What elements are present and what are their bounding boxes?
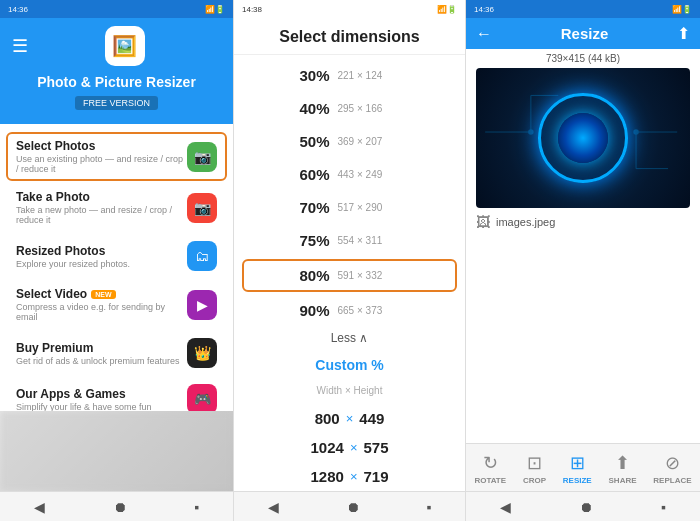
dim-percent-30: 30% xyxy=(292,67,330,84)
p3-nav-square[interactable]: ▪ xyxy=(661,499,666,515)
our-apps-title: Our Apps & Games xyxy=(16,387,187,401)
dim-item-70[interactable]: 70% 517 × 290 xyxy=(234,191,465,224)
less-button[interactable]: Less ∧ xyxy=(234,327,465,349)
menu-item-select-photos-text: Select Photos Use an existing photo — an… xyxy=(16,139,187,174)
wh-item-1280[interactable]: 1280 × 719 xyxy=(234,462,465,491)
app-icon: 🖼️ xyxy=(105,26,145,66)
menu-item-select-video[interactable]: Select Video NEW Compress a video e.g. f… xyxy=(6,280,227,329)
file-icon: 🖼 xyxy=(476,214,490,230)
dim-item-40[interactable]: 40% 295 × 166 xyxy=(234,92,465,125)
dim-item-60[interactable]: 60% 443 × 249 xyxy=(234,158,465,191)
select-video-subtitle: Compress a video e.g. for sending by ema… xyxy=(16,302,187,322)
dim-percent-90: 90% xyxy=(292,302,330,319)
tech-circle xyxy=(538,93,628,183)
panel1-time: 14:36 xyxy=(8,5,28,14)
panel3-toolbar: ↻ ROTATE ⊡ CROP ⊞ RESIZE ⬆ SHARE ⊘ REPLA… xyxy=(466,443,700,491)
dim-percent-50: 50% xyxy=(292,133,330,150)
panel2-statusbar: 14:38 📶🔋 xyxy=(234,0,465,18)
take-photo-text: Take a Photo Take a new photo — and resi… xyxy=(16,190,187,225)
resize-label: RESIZE xyxy=(563,476,592,485)
toolbar-crop[interactable]: ⊡ CROP xyxy=(517,450,552,487)
dim-item-90[interactable]: 90% 665 × 373 xyxy=(234,294,465,327)
take-photo-title: Take a Photo xyxy=(16,190,187,204)
crop-icon: ⊡ xyxy=(527,452,542,474)
dim-size-70: 517 × 290 xyxy=(338,202,408,213)
wh-item-1024[interactable]: 1024 × 575 xyxy=(234,433,465,462)
rotate-icon: ↻ xyxy=(483,452,498,474)
buy-premium-subtitle: Get rid of ads & unlock premium features xyxy=(16,356,187,366)
select-photos-title: Select Photos xyxy=(16,139,187,153)
resized-photos-text: Resized Photos Explore your resized phot… xyxy=(16,244,187,269)
share-icon: ⬆ xyxy=(615,452,630,474)
dim-item-80[interactable]: 80% 591 × 332 xyxy=(242,259,457,292)
p3-nav-home[interactable]: ⏺ xyxy=(579,499,593,515)
select-photos-subtitle: Use an existing photo — and resize / cro… xyxy=(16,154,187,174)
custom-percent-button[interactable]: Custom % xyxy=(234,349,465,381)
panel1-nav-bar: ◀ ⏺ ▪ xyxy=(0,491,233,521)
panel-photo-resizer: 14:36 📶🔋 ☰ 🖼️ Photo & Picture Resizer FR… xyxy=(0,0,233,521)
menu-item-take-photo[interactable]: Take a Photo Take a new photo — and resi… xyxy=(6,183,227,232)
dim-size-30: 221 × 124 xyxy=(338,70,408,81)
wh-list: 800 × 449 1024 × 575 1280 × 719 1600 × 8… xyxy=(234,400,465,491)
crop-label: CROP xyxy=(523,476,546,485)
menu-item-buy-premium[interactable]: Buy Premium Get rid of ads & unlock prem… xyxy=(6,331,227,375)
dim-size-50: 369 × 207 xyxy=(338,136,408,147)
wh-height-449: 449 xyxy=(359,410,384,427)
menu-item-our-apps[interactable]: Our Apps & Games Simplify your life & ha… xyxy=(6,377,227,411)
replace-label: REPLACE xyxy=(653,476,691,485)
toolbar-rotate[interactable]: ↻ ROTATE xyxy=(468,450,512,487)
panel2-time: 14:38 xyxy=(242,5,262,14)
file-info: 🖼 images.jpeg xyxy=(466,208,700,236)
select-video-text: Select Video NEW Compress a video e.g. f… xyxy=(16,287,187,322)
p3-nav-back[interactable]: ◀ xyxy=(500,499,511,515)
image-info: 739×415 (44 kB) xyxy=(466,49,700,68)
toolbar-replace[interactable]: ⊘ REPLACE xyxy=(647,450,697,487)
panel3-header: ← Resize ⬆ xyxy=(466,18,700,49)
blur-overlay xyxy=(0,411,233,491)
wh-width-800: 800 xyxy=(315,410,340,427)
buy-premium-title: Buy Premium xyxy=(16,341,187,355)
p2-nav-home[interactable]: ⏺ xyxy=(346,499,360,515)
dim-size-75: 554 × 311 xyxy=(338,235,408,246)
dim-size-90: 665 × 373 xyxy=(338,305,408,316)
panel-resize: 14:36 📶🔋 ← Resize ⬆ 739×415 (44 kB) 🖼 im… xyxy=(466,0,700,521)
our-apps-subtitle: Simplify your life & have some fun xyxy=(16,402,187,412)
share-label: SHARE xyxy=(609,476,637,485)
toolbar-share[interactable]: ⬆ SHARE xyxy=(603,450,643,487)
dim-item-50[interactable]: 50% 369 × 207 xyxy=(234,125,465,158)
take-photo-icon: 📷 xyxy=(187,193,217,223)
dim-percent-75: 75% xyxy=(292,232,330,249)
nav-square-btn[interactable]: ▪ xyxy=(194,499,199,515)
svg-point-6 xyxy=(528,129,533,134)
file-name: images.jpeg xyxy=(496,216,555,228)
wh-item-800[interactable]: 800 × 449 xyxy=(234,404,465,433)
p2-nav-square[interactable]: ▪ xyxy=(427,499,432,515)
menu-item-select-photos[interactable]: Select Photos Use an existing photo — an… xyxy=(6,132,227,181)
resized-photos-title: Resized Photos xyxy=(16,244,187,258)
dim-item-30[interactable]: 30% 221 × 124 xyxy=(234,59,465,92)
nav-back-btn[interactable]: ◀ xyxy=(34,499,45,515)
panel3-nav-bar: ◀ ⏺ ▪ xyxy=(466,491,700,521)
wh-height-719: 719 xyxy=(363,468,388,485)
resized-photos-subtitle: Explore your resized photos. xyxy=(16,259,187,269)
free-version-badge: FREE VERSION xyxy=(75,96,158,110)
panel1-header: ☰ 🖼️ Photo & Picture Resizer FREE VERSIO… xyxy=(0,18,233,124)
menu-item-resized-photos[interactable]: Resized Photos Explore your resized phot… xyxy=(6,234,227,278)
wh-x-2: × xyxy=(350,440,358,455)
nav-home-btn[interactable]: ⏺ xyxy=(113,499,127,515)
panel3-statusbar: 14:36 📶🔋 xyxy=(466,0,700,18)
hamburger-icon[interactable]: ☰ xyxy=(12,35,28,57)
select-photos-icon: 📷 xyxy=(187,142,217,172)
resized-photos-icon: 🗂 xyxy=(187,241,217,271)
p2-nav-back[interactable]: ◀ xyxy=(268,499,279,515)
wh-label: Width × Height xyxy=(234,381,465,400)
toolbar-resize[interactable]: ⊞ RESIZE xyxy=(557,450,598,487)
panel1-bottom-image xyxy=(0,411,233,491)
back-icon[interactable]: ← xyxy=(476,25,492,43)
panel3-spacer xyxy=(466,236,700,443)
dim-item-75[interactable]: 75% 554 × 311 xyxy=(234,224,465,257)
share-header-icon[interactable]: ⬆ xyxy=(677,24,690,43)
header-top-bar: ☰ 🖼️ xyxy=(12,26,221,66)
our-apps-text: Our Apps & Games Simplify your life & ha… xyxy=(16,387,187,412)
panel2-status-icons: 📶🔋 xyxy=(437,5,457,14)
